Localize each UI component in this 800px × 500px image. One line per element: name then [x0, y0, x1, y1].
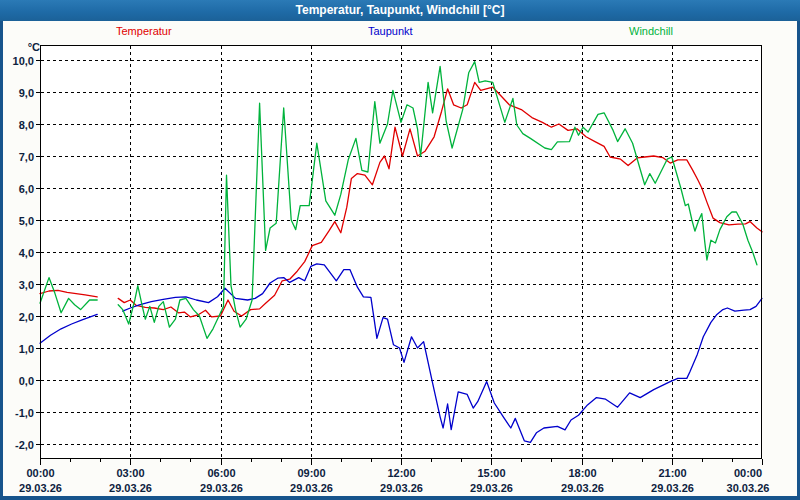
svg-text:29.03.26: 29.03.26 — [561, 482, 604, 494]
svg-text:03:00: 03:00 — [116, 467, 144, 479]
svg-text:1,0: 1,0 — [19, 343, 34, 355]
svg-text:30.03.26: 30.03.26 — [727, 482, 770, 494]
svg-text:8,0: 8,0 — [19, 119, 34, 131]
svg-text:9,0: 9,0 — [19, 87, 34, 99]
svg-text:7,0: 7,0 — [19, 151, 34, 163]
svg-text:29.03.26: 29.03.26 — [109, 482, 152, 494]
svg-text:29.03.26: 29.03.26 — [651, 482, 694, 494]
svg-text:09:00: 09:00 — [297, 467, 325, 479]
svg-text:5,0: 5,0 — [19, 215, 34, 227]
legend-windchill: Windchill — [629, 25, 673, 37]
legend-taupunkt: Taupunkt — [368, 25, 413, 37]
svg-text:29.03.26: 29.03.26 — [19, 482, 62, 494]
svg-text:-2,0: -2,0 — [15, 439, 34, 451]
svg-text:29.03.26: 29.03.26 — [290, 482, 333, 494]
svg-text:29.03.26: 29.03.26 — [470, 482, 513, 494]
window-border-left — [0, 21, 3, 500]
app-window: Temperatur, Taupunkt, Windchill [°C] 10,… — [0, 0, 800, 500]
svg-text:12:00: 12:00 — [387, 467, 415, 479]
svg-text:0,0: 0,0 — [19, 375, 34, 387]
svg-text:00:00: 00:00 — [26, 467, 54, 479]
svg-text:06:00: 06:00 — [207, 467, 235, 479]
chart-canvas: 10,09,08,07,06,05,04,03,02,01,00,0-1,0-2… — [0, 0, 800, 500]
svg-text:-1,0: -1,0 — [15, 407, 34, 419]
svg-text:29.03.26: 29.03.26 — [200, 482, 243, 494]
svg-text:6,0: 6,0 — [19, 183, 34, 195]
svg-text:4,0: 4,0 — [19, 247, 34, 259]
legend-temperatur: Temperatur — [116, 25, 172, 37]
svg-text:15:00: 15:00 — [477, 467, 505, 479]
window-border-bottom — [0, 496, 800, 500]
y-axis-unit-label: °C — [20, 41, 40, 53]
svg-text:10,0: 10,0 — [13, 55, 34, 67]
svg-text:29.03.26: 29.03.26 — [380, 482, 423, 494]
svg-text:3,0: 3,0 — [19, 279, 34, 291]
svg-text:18:00: 18:00 — [568, 467, 596, 479]
svg-text:00:00: 00:00 — [734, 467, 762, 479]
svg-text:2,0: 2,0 — [19, 311, 34, 323]
svg-text:21:00: 21:00 — [658, 467, 686, 479]
